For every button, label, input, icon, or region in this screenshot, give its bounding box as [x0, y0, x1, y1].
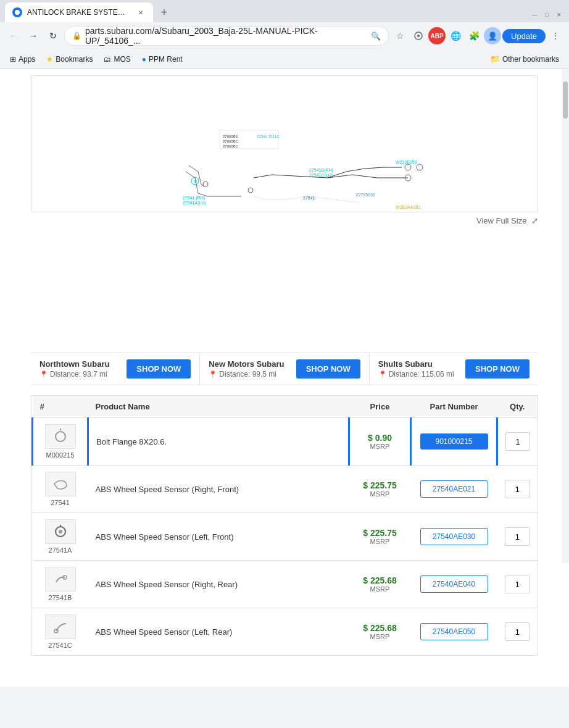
extensions-button[interactable]: 🧩 [465, 27, 483, 44]
part-img-wrapper: 27541A [40, 519, 81, 554]
extension-puzzle-button[interactable] [410, 27, 427, 44]
new-tab-button[interactable]: + [156, 4, 173, 21]
qty-cell [497, 513, 538, 561]
scrollbar[interactable] [562, 69, 569, 563]
header-price: Price [349, 396, 411, 418]
profile-button[interactable]: 👤 [484, 27, 501, 44]
dealer-item-0: Northtown Subaru 📍 Distance: 93.7 mi SHO… [31, 353, 200, 385]
qty-input[interactable] [505, 480, 530, 498]
dealer-info-2: Shults Subaru 📍 Distance: 115.06 mi [378, 359, 454, 379]
qty-cell [497, 418, 538, 466]
view-full-size-text: View Full Size [476, 216, 526, 225]
part-number-cell: 27540AE050 [411, 608, 497, 656]
svg-text:W210E250: W210E250 [396, 160, 417, 164]
part-num-cell: M000215 [33, 418, 88, 466]
mos-icon: 🗂 [104, 55, 111, 64]
shop-now-button-1[interactable]: SHOP NOW [296, 359, 360, 379]
part-number-button[interactable]: 27540AE050 [420, 623, 488, 640]
dealer-name-2: Shults Subaru [378, 359, 454, 369]
part-img-wrapper: M000215 [41, 424, 80, 459]
qty-cell [497, 608, 538, 656]
price-cell: $ 225.75MSRP [349, 466, 411, 513]
bookmarks-item[interactable]: ★ Bookmarks [41, 52, 98, 66]
qty-input[interactable] [505, 432, 530, 451]
price-value: $ 225.75 [357, 480, 404, 490]
dealer-name-0: Northtown Subaru [39, 359, 109, 369]
expand-icon: ⤢ [531, 216, 538, 225]
apps-bookmark[interactable]: ⊞ Apps [5, 52, 40, 66]
back-button[interactable]: ← [5, 27, 22, 44]
dealer-distance-1: 📍 Distance: 99.5 mi [209, 370, 284, 379]
browser-tab[interactable]: ANTILOCK BRAKE SYSTEM, ABS S ✕ [5, 2, 153, 22]
part-img-label: 27541C [48, 642, 72, 649]
part-number-button[interactable]: 27540AE040 [420, 575, 488, 593]
part-number-button[interactable]: 27540AE021 [420, 480, 488, 498]
part-name-cell: ABS Wheel Speed Sensor (Left, Rear) [88, 608, 349, 656]
qty-input[interactable] [505, 527, 530, 546]
part-number-button[interactable]: 27540AE030 [420, 528, 488, 545]
diagram-container: 27000BE 27000BC CONV 7011C 27000BC [31, 75, 538, 212]
qty-cell [497, 466, 538, 513]
mos-bookmark[interactable]: 🗂 MOS [99, 52, 135, 66]
refresh-button[interactable]: ↻ [44, 27, 62, 44]
part-img-label: 27541B [49, 594, 72, 601]
shop-now-button-2[interactable]: SHOP NOW [465, 359, 530, 379]
dealer-distance-2: 📍 Distance: 115.06 mi [378, 370, 454, 379]
vpn-button[interactable]: 🌐 [447, 27, 464, 44]
part-num-cell: 27541A [33, 513, 88, 561]
scroll-thumb[interactable] [563, 82, 568, 119]
ppm-icon: ● [142, 55, 146, 64]
pin-icon-1: 📍 [209, 370, 217, 379]
qty-input[interactable] [505, 622, 530, 641]
other-bookmarks[interactable]: 📁 Other bookmarks [485, 52, 564, 66]
diagram-svg: 27000BE 27000BC CONV 7011C 27000BC [31, 76, 538, 212]
part-name-cell: ABS Wheel Speed Sensor (Right, Rear) [88, 561, 349, 608]
diagram-section: 27000BE 27000BC CONV 7011C 27000BC [0, 69, 569, 353]
tab-title: ANTILOCK BRAKE SYSTEM, ABS S [27, 8, 131, 17]
part-image [45, 567, 76, 592]
window-controls: — □ ✕ [530, 10, 564, 20]
dealer-item-2: Shults Subaru 📍 Distance: 115.06 mi SHOP… [370, 353, 538, 385]
price-cell: $ 0.90MSRP [349, 418, 411, 466]
svg-text:27000BC: 27000BC [223, 140, 239, 143]
other-bookmarks-label: Other bookmarks [502, 55, 559, 64]
part-name-cell: ABS Wheel Speed Sensor (Left, Front) [88, 513, 349, 561]
ppm-rent-bookmark[interactable]: ● PPM Rent [137, 52, 188, 66]
maximize-button[interactable]: □ [542, 10, 552, 20]
tab-favicon [12, 7, 22, 17]
ppm-label: PPM Rent [149, 55, 183, 64]
dealers-bar: Northtown Subaru 📍 Distance: 93.7 mi SHO… [31, 353, 538, 385]
qty-cell [497, 561, 538, 608]
menu-button[interactable]: ⋮ [547, 27, 564, 44]
part-img-wrapper: 27541C [40, 614, 81, 649]
shop-now-button-0[interactable]: SHOP NOW [127, 359, 191, 379]
part-num-cell: 27541 [33, 466, 88, 513]
tab-close-button[interactable]: ✕ [136, 7, 146, 17]
minimize-button[interactable]: — [530, 10, 539, 20]
table-row: 27541AABS Wheel Speed Sensor (Left, Fron… [33, 513, 538, 561]
price-label: MSRP [357, 443, 402, 450]
part-image [45, 519, 76, 544]
dealer-distance-0: 📍 Distance: 93.7 mi [39, 370, 109, 379]
address-bar[interactable]: 🔒 parts.subaru.com/a/Subaru_2003_Baja-25… [64, 26, 389, 46]
price-value: $ 0.90 [357, 433, 402, 443]
svg-text:V2795056: V2795056 [355, 193, 375, 197]
svg-text:27000BC: 27000BC [223, 144, 239, 148]
bookmark-star-button[interactable]: ☆ [391, 27, 409, 44]
close-window-button[interactable]: ✕ [554, 10, 564, 20]
update-button[interactable]: Update [502, 29, 546, 43]
parts-tbody: M000215Bolt Flange 8X20.6.$ 0.90MSRP9010… [33, 418, 538, 656]
part-number-cell: 27540AE030 [411, 513, 497, 561]
adblock-button[interactable]: ABP [428, 27, 446, 44]
part-number-cell: 27540AE021 [411, 466, 497, 513]
view-full-size-button[interactable]: View Full Size ⤢ [31, 212, 538, 229]
table-row: M000215Bolt Flange 8X20.6.$ 0.90MSRP9010… [33, 418, 538, 466]
qty-input[interactable] [505, 575, 530, 593]
part-number-button[interactable]: 901000215 [420, 433, 488, 450]
svg-point-2 [417, 35, 420, 37]
forward-button[interactable]: → [25, 27, 42, 44]
dealer-info-1: New Motors Subaru 📍 Distance: 99.5 mi [209, 359, 284, 379]
url-text: parts.subaru.com/a/Subaru_2003_Baja-25L-… [85, 26, 367, 46]
price-value: $ 225.68 [357, 575, 404, 585]
price-value: $ 225.68 [357, 623, 404, 633]
